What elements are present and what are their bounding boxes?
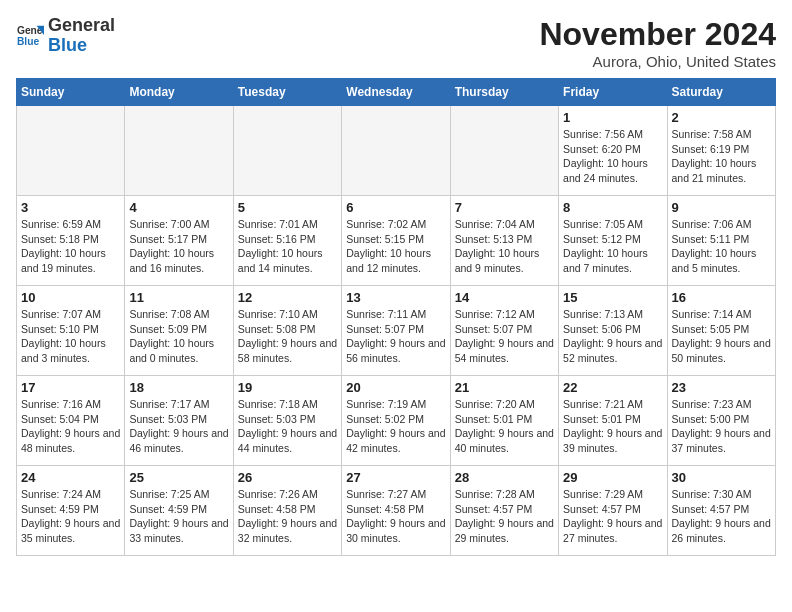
calendar-cell: 11Sunrise: 7:08 AMSunset: 5:09 PMDayligh… <box>125 286 233 376</box>
day-number: 14 <box>455 290 554 305</box>
calendar-week-row: 24Sunrise: 7:24 AMSunset: 4:59 PMDayligh… <box>17 466 776 556</box>
day-number: 2 <box>672 110 771 125</box>
calendar-cell: 4Sunrise: 7:00 AMSunset: 5:17 PMDaylight… <box>125 196 233 286</box>
calendar-cell: 16Sunrise: 7:14 AMSunset: 5:05 PMDayligh… <box>667 286 775 376</box>
logo-general-text: General <box>48 15 115 35</box>
calendar-cell: 14Sunrise: 7:12 AMSunset: 5:07 PMDayligh… <box>450 286 558 376</box>
calendar-cell: 29Sunrise: 7:29 AMSunset: 4:57 PMDayligh… <box>559 466 667 556</box>
calendar-cell: 3Sunrise: 6:59 AMSunset: 5:18 PMDaylight… <box>17 196 125 286</box>
calendar-cell: 23Sunrise: 7:23 AMSunset: 5:00 PMDayligh… <box>667 376 775 466</box>
day-info: Sunrise: 7:08 AMSunset: 5:09 PMDaylight:… <box>129 307 228 366</box>
logo-icon: General Blue <box>16 22 44 50</box>
day-number: 3 <box>21 200 120 215</box>
calendar-cell: 24Sunrise: 7:24 AMSunset: 4:59 PMDayligh… <box>17 466 125 556</box>
day-number: 17 <box>21 380 120 395</box>
day-number: 30 <box>672 470 771 485</box>
day-info: Sunrise: 7:24 AMSunset: 4:59 PMDaylight:… <box>21 487 120 546</box>
day-info: Sunrise: 7:29 AMSunset: 4:57 PMDaylight:… <box>563 487 662 546</box>
calendar-cell: 7Sunrise: 7:04 AMSunset: 5:13 PMDaylight… <box>450 196 558 286</box>
calendar-cell: 21Sunrise: 7:20 AMSunset: 5:01 PMDayligh… <box>450 376 558 466</box>
day-number: 5 <box>238 200 337 215</box>
title-area: November 2024 Aurora, Ohio, United State… <box>539 16 776 70</box>
day-info: Sunrise: 6:59 AMSunset: 5:18 PMDaylight:… <box>21 217 120 276</box>
day-info: Sunrise: 7:12 AMSunset: 5:07 PMDaylight:… <box>455 307 554 366</box>
calendar-cell <box>125 106 233 196</box>
calendar-week-row: 17Sunrise: 7:16 AMSunset: 5:04 PMDayligh… <box>17 376 776 466</box>
day-number: 10 <box>21 290 120 305</box>
day-number: 21 <box>455 380 554 395</box>
day-info: Sunrise: 7:06 AMSunset: 5:11 PMDaylight:… <box>672 217 771 276</box>
day-info: Sunrise: 7:18 AMSunset: 5:03 PMDaylight:… <box>238 397 337 456</box>
calendar-cell: 22Sunrise: 7:21 AMSunset: 5:01 PMDayligh… <box>559 376 667 466</box>
day-number: 4 <box>129 200 228 215</box>
day-info: Sunrise: 7:11 AMSunset: 5:07 PMDaylight:… <box>346 307 445 366</box>
day-info: Sunrise: 7:28 AMSunset: 4:57 PMDaylight:… <box>455 487 554 546</box>
calendar-cell: 12Sunrise: 7:10 AMSunset: 5:08 PMDayligh… <box>233 286 341 376</box>
calendar-cell: 25Sunrise: 7:25 AMSunset: 4:59 PMDayligh… <box>125 466 233 556</box>
calendar-cell: 26Sunrise: 7:26 AMSunset: 4:58 PMDayligh… <box>233 466 341 556</box>
calendar: SundayMondayTuesdayWednesdayThursdayFrid… <box>16 78 776 556</box>
day-info: Sunrise: 7:25 AMSunset: 4:59 PMDaylight:… <box>129 487 228 546</box>
day-number: 25 <box>129 470 228 485</box>
logo: General Blue General Blue <box>16 16 115 56</box>
day-number: 29 <box>563 470 662 485</box>
day-info: Sunrise: 7:07 AMSunset: 5:10 PMDaylight:… <box>21 307 120 366</box>
day-info: Sunrise: 7:01 AMSunset: 5:16 PMDaylight:… <box>238 217 337 276</box>
day-number: 22 <box>563 380 662 395</box>
calendar-cell <box>450 106 558 196</box>
calendar-cell: 6Sunrise: 7:02 AMSunset: 5:15 PMDaylight… <box>342 196 450 286</box>
calendar-cell: 28Sunrise: 7:28 AMSunset: 4:57 PMDayligh… <box>450 466 558 556</box>
day-info: Sunrise: 7:27 AMSunset: 4:58 PMDaylight:… <box>346 487 445 546</box>
calendar-cell: 13Sunrise: 7:11 AMSunset: 5:07 PMDayligh… <box>342 286 450 376</box>
day-info: Sunrise: 7:21 AMSunset: 5:01 PMDaylight:… <box>563 397 662 456</box>
day-number: 16 <box>672 290 771 305</box>
day-info: Sunrise: 7:17 AMSunset: 5:03 PMDaylight:… <box>129 397 228 456</box>
month-title: November 2024 <box>539 16 776 53</box>
day-number: 7 <box>455 200 554 215</box>
day-number: 6 <box>346 200 445 215</box>
calendar-cell: 17Sunrise: 7:16 AMSunset: 5:04 PMDayligh… <box>17 376 125 466</box>
day-info: Sunrise: 7:05 AMSunset: 5:12 PMDaylight:… <box>563 217 662 276</box>
calendar-cell: 30Sunrise: 7:30 AMSunset: 4:57 PMDayligh… <box>667 466 775 556</box>
calendar-header-friday: Friday <box>559 79 667 106</box>
day-info: Sunrise: 7:23 AMSunset: 5:00 PMDaylight:… <box>672 397 771 456</box>
header: General Blue General Blue November 2024 … <box>16 16 776 70</box>
calendar-header-saturday: Saturday <box>667 79 775 106</box>
day-info: Sunrise: 7:16 AMSunset: 5:04 PMDaylight:… <box>21 397 120 456</box>
day-info: Sunrise: 7:26 AMSunset: 4:58 PMDaylight:… <box>238 487 337 546</box>
calendar-cell: 9Sunrise: 7:06 AMSunset: 5:11 PMDaylight… <box>667 196 775 286</box>
day-info: Sunrise: 7:20 AMSunset: 5:01 PMDaylight:… <box>455 397 554 456</box>
calendar-header-thursday: Thursday <box>450 79 558 106</box>
calendar-cell <box>233 106 341 196</box>
day-number: 9 <box>672 200 771 215</box>
calendar-cell: 20Sunrise: 7:19 AMSunset: 5:02 PMDayligh… <box>342 376 450 466</box>
calendar-header-row: SundayMondayTuesdayWednesdayThursdayFrid… <box>17 79 776 106</box>
day-number: 13 <box>346 290 445 305</box>
calendar-cell: 19Sunrise: 7:18 AMSunset: 5:03 PMDayligh… <box>233 376 341 466</box>
calendar-cell <box>17 106 125 196</box>
day-number: 28 <box>455 470 554 485</box>
day-number: 11 <box>129 290 228 305</box>
calendar-cell: 27Sunrise: 7:27 AMSunset: 4:58 PMDayligh… <box>342 466 450 556</box>
calendar-cell: 2Sunrise: 7:58 AMSunset: 6:19 PMDaylight… <box>667 106 775 196</box>
calendar-cell <box>342 106 450 196</box>
day-number: 1 <box>563 110 662 125</box>
day-info: Sunrise: 7:00 AMSunset: 5:17 PMDaylight:… <box>129 217 228 276</box>
svg-text:Blue: Blue <box>17 36 40 47</box>
day-number: 15 <box>563 290 662 305</box>
day-info: Sunrise: 7:58 AMSunset: 6:19 PMDaylight:… <box>672 127 771 186</box>
calendar-header-monday: Monday <box>125 79 233 106</box>
day-number: 8 <box>563 200 662 215</box>
calendar-week-row: 3Sunrise: 6:59 AMSunset: 5:18 PMDaylight… <box>17 196 776 286</box>
day-info: Sunrise: 7:13 AMSunset: 5:06 PMDaylight:… <box>563 307 662 366</box>
calendar-cell: 18Sunrise: 7:17 AMSunset: 5:03 PMDayligh… <box>125 376 233 466</box>
day-info: Sunrise: 7:14 AMSunset: 5:05 PMDaylight:… <box>672 307 771 366</box>
calendar-cell: 1Sunrise: 7:56 AMSunset: 6:20 PMDaylight… <box>559 106 667 196</box>
logo-blue-text: Blue <box>48 35 87 55</box>
calendar-header-wednesday: Wednesday <box>342 79 450 106</box>
calendar-cell: 5Sunrise: 7:01 AMSunset: 5:16 PMDaylight… <box>233 196 341 286</box>
day-number: 27 <box>346 470 445 485</box>
day-number: 12 <box>238 290 337 305</box>
calendar-header-sunday: Sunday <box>17 79 125 106</box>
calendar-cell: 15Sunrise: 7:13 AMSunset: 5:06 PMDayligh… <box>559 286 667 376</box>
